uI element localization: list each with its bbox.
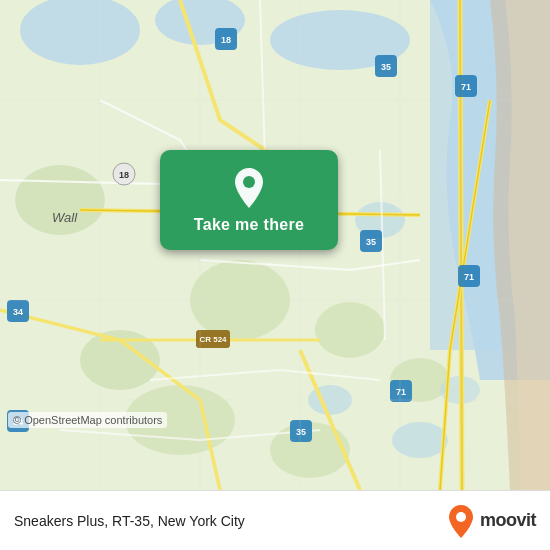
take-me-there-button[interactable]: Take me there [160, 150, 338, 250]
svg-text:35: 35 [296, 427, 306, 437]
svg-point-8 [315, 302, 385, 358]
map-container: 18 35 71 35 71 71 35 138 CR 524 18 34 [0, 0, 550, 490]
location-label: Sneakers Plus, RT-35, New York City [14, 513, 245, 529]
svg-text:35: 35 [366, 237, 376, 247]
svg-point-15 [392, 422, 448, 458]
location-pin-icon [231, 166, 267, 210]
svg-text:71: 71 [464, 272, 474, 282]
svg-text:Wall: Wall [52, 210, 78, 225]
svg-text:18: 18 [221, 35, 231, 45]
footer: Sneakers Plus, RT-35, New York City moov… [0, 490, 550, 550]
svg-point-50 [243, 176, 255, 188]
svg-text:18: 18 [119, 170, 129, 180]
svg-text:35: 35 [381, 62, 391, 72]
svg-text:71: 71 [461, 82, 471, 92]
take-me-there-label: Take me there [194, 216, 304, 234]
moovit-brand-text: moovit [480, 510, 536, 531]
svg-text:71: 71 [396, 387, 406, 397]
svg-point-51 [456, 512, 466, 522]
map-attribution: © OpenStreetMap contributors [8, 412, 167, 428]
svg-text:34: 34 [13, 307, 23, 317]
moovit-logo: moovit [447, 504, 536, 538]
moovit-pin-icon [447, 504, 475, 538]
svg-text:CR 524: CR 524 [199, 335, 227, 344]
